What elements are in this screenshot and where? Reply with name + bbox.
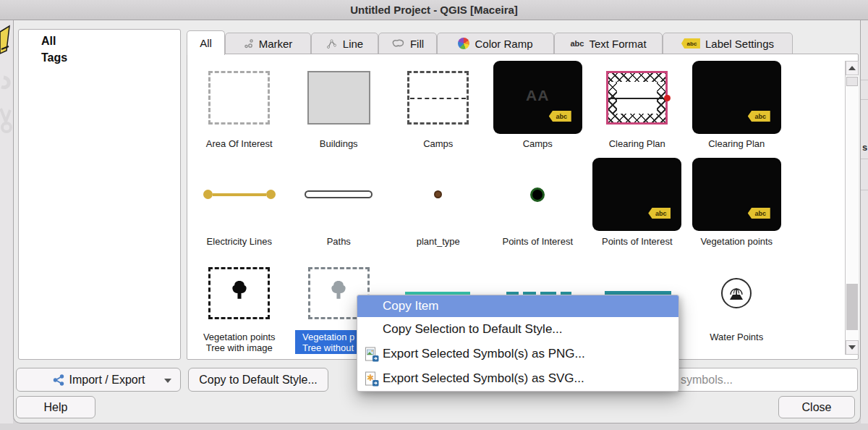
background-app-strip-left xyxy=(0,20,13,423)
button-label: Import / Export xyxy=(69,374,145,387)
symbol-item-points-of-interest-label[interactable]: abc Points of Interest xyxy=(587,157,687,247)
capsule-line-symbol xyxy=(305,190,373,198)
menu-item-label: Copy Item xyxy=(383,299,438,313)
scrollbar-thumb[interactable] xyxy=(846,77,858,86)
symbol-item-buildings[interactable]: Buildings xyxy=(289,61,389,149)
menu-item-copy-selection-to-default-style[interactable]: Copy Selection to Default Style... xyxy=(357,317,678,342)
tab-label: Marker xyxy=(259,38,293,50)
label-preview-text: AA xyxy=(493,87,582,104)
symbol-grid-row: Area Of Interest Buildings Camps AA abc … xyxy=(190,61,786,149)
scroll-up-button[interactable] xyxy=(846,61,859,75)
marker-dots-icon xyxy=(244,38,254,49)
symbol-label: Vegetation points Tree with image xyxy=(203,332,276,353)
symbol-label: plant_type xyxy=(417,236,460,247)
symbol-item-camps[interactable]: Camps xyxy=(388,61,488,149)
symbol-label: Electricity Lines xyxy=(207,236,272,247)
label-preview-symbol: abc xyxy=(592,158,681,231)
symbol-label: Camps xyxy=(423,138,453,149)
menu-item-export-png[interactable]: Export Selected Symbol(s) as PNG... xyxy=(357,342,678,366)
symbol-item-points-of-interest[interactable]: Points of Interest xyxy=(488,157,588,247)
dashed-square-symbol xyxy=(208,71,270,125)
tab-all[interactable]: All xyxy=(187,30,225,55)
up-arrow-icon xyxy=(848,66,856,70)
window-titlebar: Untitled Project - QGIS [Maceira] xyxy=(0,0,868,20)
background-app-strip-right: s xyxy=(861,20,868,423)
button-label: Help xyxy=(44,401,68,414)
copy-to-default-style-button[interactable]: Copy to Default Style... xyxy=(188,368,328,392)
button-label: Close xyxy=(802,401,832,414)
fill-polygon-icon xyxy=(391,38,405,49)
symbol-context-menu: Copy Item Copy Selection to Default Styl… xyxy=(357,295,679,392)
menu-item-export-svg[interactable]: ✱ Export Selected Symbol(s) as SVG... xyxy=(357,366,678,391)
symbol-label: Points of Interest xyxy=(502,236,573,247)
symbol-item-vegetation-tree-with-image[interactable]: Vegetation points Tree with image xyxy=(190,259,289,353)
tab-label: Line xyxy=(343,38,363,50)
menu-item-copy-item[interactable]: Copy Item xyxy=(357,295,678,317)
marker-symbol xyxy=(530,187,545,202)
tag-item-tags[interactable]: Tags xyxy=(19,49,180,65)
close-button[interactable]: Close xyxy=(778,396,855,418)
tree-icon xyxy=(326,279,351,308)
symbol-item-plant-type[interactable]: plant_type xyxy=(388,157,488,247)
help-button[interactable]: Help xyxy=(16,396,95,418)
import-export-button[interactable]: Import / Export xyxy=(16,368,181,392)
background-partial-text: s xyxy=(862,142,867,153)
tab-label-settings[interactable]: abc Label Settings xyxy=(663,33,793,54)
symbol-label: Camps xyxy=(523,138,553,149)
abc-text-icon: abc xyxy=(570,39,584,48)
symbol-label: Points of Interest xyxy=(602,236,673,247)
color-wheel-icon xyxy=(458,38,469,49)
tab-label: Fill xyxy=(410,38,424,50)
symbol-label: Paths xyxy=(327,236,351,247)
tags-panel[interactable]: All Tags xyxy=(18,29,181,360)
tab-text-format[interactable]: abc Text Format xyxy=(554,33,663,54)
abc-tag-badge: abc xyxy=(549,111,571,122)
abc-tag-badge: abc xyxy=(748,208,770,219)
tag-item-all[interactable]: All xyxy=(19,30,180,49)
window-title: Untitled Project - QGIS [Maceira] xyxy=(350,4,518,16)
symbol-item-paths[interactable]: Paths xyxy=(289,157,389,247)
symbol-label: Clearing Plan xyxy=(609,138,665,149)
symbol-label: Area Of Interest xyxy=(206,138,273,149)
symbol-item-water-points[interactable]: Water Points xyxy=(687,259,787,353)
tree-icon xyxy=(227,279,252,308)
button-label: Copy to Default Style... xyxy=(199,374,318,387)
filled-square-symbol xyxy=(307,71,370,125)
symbol-item-vegetation-points-label[interactable]: abc Vegetation points xyxy=(687,157,787,247)
share-icon xyxy=(52,374,65,387)
disabled-tool-icon xyxy=(0,106,13,138)
label-preview-symbol: abc xyxy=(692,61,781,134)
line-symbol xyxy=(203,190,276,199)
fountain-symbol xyxy=(721,278,752,308)
scrollbar-thumb-lower[interactable] xyxy=(846,284,858,330)
symbol-label: Buildings xyxy=(320,138,358,149)
svg-export-icon: ✱ xyxy=(363,371,379,387)
symbol-label: Clearing Plan xyxy=(708,138,765,149)
symbol-item-electricity-lines[interactable]: Electricity Lines xyxy=(190,157,289,247)
symbol-item-camps-label[interactable]: AA abc Camps xyxy=(488,61,588,149)
abc-tag-icon: abc xyxy=(681,38,700,49)
menu-item-label: Export Selected Symbol(s) as SVG... xyxy=(383,371,584,386)
down-arrow-icon xyxy=(848,345,856,350)
symbol-item-clearing-plan-label[interactable]: abc Clearing Plan xyxy=(687,61,787,149)
tree-symbol xyxy=(208,267,270,319)
red-dot xyxy=(664,95,671,101)
symbol-label: Water Points xyxy=(710,332,763,342)
disabled-tool-icon xyxy=(0,68,13,93)
yellow-tool-icon xyxy=(0,25,13,56)
menu-item-label: Export Selected Symbol(s) as PNG... xyxy=(383,347,585,361)
abc-tag-badge: abc xyxy=(648,208,671,219)
symbol-item-clearing-plan[interactable]: Clearing Plan xyxy=(587,61,687,149)
tab-fill[interactable]: Fill xyxy=(378,33,437,54)
scroll-down-button[interactable] xyxy=(846,340,859,355)
tab-color-ramp[interactable]: Color Ramp xyxy=(437,33,554,54)
fountain-icon xyxy=(726,282,747,304)
symbol-item-area-of-interest[interactable]: Area Of Interest xyxy=(190,61,289,149)
tab-line[interactable]: Line xyxy=(311,33,378,54)
abc-tag-badge: abc xyxy=(748,111,770,122)
symbol-list-scrollbar[interactable] xyxy=(845,61,859,355)
label-preview-symbol: abc xyxy=(692,158,781,231)
tab-label: Color Ramp xyxy=(475,38,532,50)
tab-marker[interactable]: Marker xyxy=(225,33,311,54)
dashed-square-symbol xyxy=(407,71,469,125)
